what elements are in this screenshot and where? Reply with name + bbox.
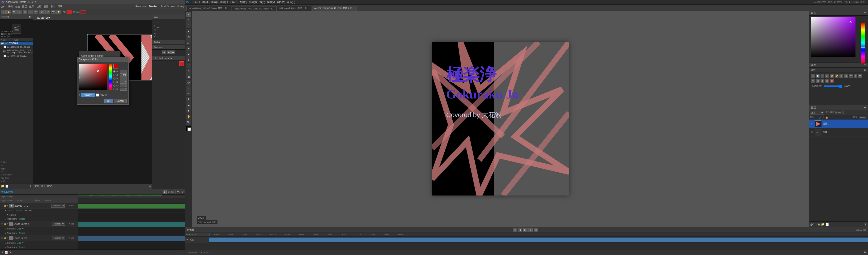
ae-fill-color[interactable] [67,10,72,14]
ps-history-brush-tool[interactable]: ↺ [186,63,191,68]
ps-layer-eye-0[interactable]: 👁 [811,122,813,125]
ae-light-tool[interactable]: 💡 [56,10,61,14]
ps-brush-tool[interactable]: 🖌 [186,52,191,57]
ae-field-r[interactable] [120,81,127,84]
ae-new-item-btn[interactable]: 📄 [5,185,8,188]
ae-handle-tl[interactable] [87,34,88,35]
ps-tl-last-btn[interactable]: ⏭ [534,228,538,232]
ae-project-item-2[interactable]: 🎞 ae10397269_PNG_1280-720_20fps_AlphaTex… [0,49,33,54]
ps-bg-color-small[interactable] [187,127,191,131]
ae-tl-zoom-in-btn[interactable]: + [182,251,184,254]
ps-shape-tool[interactable]: ■ [186,108,191,113]
ae-layer-lock-2[interactable]: 🔒 [4,223,6,225]
ae-layer-lock-1[interactable]: 🔒 [4,204,6,207]
ae-menu-edit[interactable]: 编辑 [8,5,13,8]
ae-field-b2[interactable] [120,88,127,91]
ae-workspace-small[interactable]: Small Screen [161,5,175,8]
ps-adj-menu-icon[interactable]: ☰ [864,64,866,66]
ps-layer-mode-select[interactable]: 正常 正片叠底 [810,111,824,115]
ps-menu-image[interactable]: 图像(I) [211,1,218,4]
ps-tab-0[interactable]: ae10397269_RGBA @ 500%: 图层 1, 孔... [186,6,231,11]
ae-project-search-icon[interactable]: 🔍 [29,16,31,19]
ae-field-b[interactable] [120,77,127,80]
ae-radio-b[interactable] [113,77,116,79]
ps-lock-position-btn[interactable]: ✛ [822,116,824,119]
ae-field-g[interactable] [120,84,127,87]
ae-text-tool[interactable]: T [34,10,38,14]
ae-preview-check[interactable] [96,94,99,97]
ps-hand-tool[interactable]: ✋ [186,114,191,119]
ps-tab-1[interactable]: ae10397269_PNG_1280-720_20fps_Al... [232,7,276,11]
ps-pen-tool[interactable]: ✏ [186,91,191,96]
ae-hue-strip[interactable] [108,64,112,90]
ps-path-select-tool[interactable]: ▶ [186,102,191,108]
ae-layer-expand-3[interactable]: ▼ [7,237,9,239]
ae-color-preview[interactable] [113,64,118,68]
ae-color-picker-dialog[interactable]: Background Color ▶ [77,57,129,105]
ps-tl-zoom-control[interactable]: 🔍 [864,251,867,254]
ae-prev-frame-btn[interactable]: ⏮ [162,51,166,54]
ae-delete-btn[interactable]: 🗑 [29,185,32,188]
ps-fill-input[interactable] [859,116,867,119]
ae-zoom-tool[interactable]: 🔍 [12,10,17,14]
ps-menu-view[interactable]: 视图(V) [267,1,275,4]
ps-canvas-area[interactable]: 極楽浄 Gokuraku Jo Covered by 大花豹 100% 文档: … [192,11,809,227]
ae-view-options[interactable]: Full [41,185,45,188]
ps-adj-levels[interactable]: 📊 [816,74,819,78]
ae-menu-file[interactable]: 文件 [1,5,6,8]
ps-tl-play-btn[interactable]: ▶ [523,228,528,232]
ae-rotate-tool[interactable]: ↺ [17,10,22,14]
ps-adj-vibrance[interactable]: 🎨 [830,74,834,78]
ps-eyedropper-tool[interactable]: 🖊 [186,40,191,45]
ae-transform3-expand[interactable]: ▶ [5,246,6,248]
ps-color-gradient[interactable] [811,17,856,57]
ae-field-s[interactable] [120,73,127,76]
ae-viewer[interactable]: Composition Settings Background Color ▶ [33,20,152,184]
ps-delete-layer-btn[interactable]: 🗑 [864,223,867,226]
ae-project-item-1[interactable]: 📄 ae10397269_00420.psd [0,45,33,49]
ps-adj-selective[interactable]: 🎯 [830,79,834,83]
ps-lock-transparent-btn[interactable]: ☐ [816,116,818,119]
ps-fg-color[interactable] [186,126,191,131]
ae-contents2-expand[interactable]: ▶ [5,228,6,230]
ps-move-tool[interactable]: ↖ [186,12,191,17]
ps-adj-photo[interactable]: 📷 [849,74,852,78]
ps-zoom-tool[interactable]: 🔍 [186,120,191,125]
ae-layer-expand-2[interactable]: ▼ [7,223,9,225]
ae-comp-tab-active[interactable]: ae10397269 [34,16,53,20]
ps-adj-threshold[interactable]: ▓ [820,79,824,83]
ae-transform3-reset[interactable]: Reset [19,246,25,248]
ps-layer-opacity-input[interactable] [835,111,844,114]
ae-menu-layer[interactable]: 图层 [22,5,27,8]
ae-transform2-reset[interactable]: Reset [19,232,25,234]
ae-stroke-color[interactable] [81,10,86,14]
ps-adj-exposure[interactable]: ◐ [825,74,829,78]
ps-dodge-tool[interactable]: ○ [186,86,191,91]
ps-color-panel-menu-icon[interactable]: ☰ [864,12,866,14]
ps-crop-tool[interactable]: ⊡ [186,34,191,40]
ae-layer-mode-2[interactable]: Normal [52,222,65,226]
ps-layer-0[interactable]: 👁 视频1 [809,120,868,128]
ps-gradient-tool[interactable]: ▦ [186,74,191,79]
ae-channels[interactable]: RGB [47,185,53,188]
ae-tl-play-btn[interactable]: ▶ [163,190,167,194]
ae-select-tool[interactable]: ↖ [1,10,6,14]
ps-hue-slider[interactable] [861,23,865,63]
ps-tl-eye-0[interactable]: 👁 [186,239,188,241]
ps-add-style-btn[interactable]: fx [815,223,817,226]
ps-stamp-tool[interactable]: 🖹 [186,57,191,62]
ae-contents2-add[interactable]: Add ▼ [18,228,24,230]
ps-eraser-tool[interactable]: ◻ [186,68,191,74]
ps-menu-file[interactable]: 文件(F) [192,1,200,4]
ae-layer-mode-1[interactable]: Normal Add Multiply [51,204,65,208]
ae-pin-tool[interactable]: 📌 [45,10,50,14]
ps-lock-image-btn[interactable]: 🖌 [819,116,822,119]
ae-menu-anim[interactable]: 动画 [36,5,41,8]
ae-radio-b2[interactable] [113,88,116,90]
ae-workspace-standard[interactable]: Standard [149,5,158,8]
ps-adj-colorlookup[interactable]: 🔍 [858,74,862,78]
ps-magic-wand-tool[interactable]: ✦ [186,29,191,34]
ps-blur-tool[interactable]: ◎ [186,80,191,85]
ps-link-layers-btn[interactable]: 🔗 [810,223,814,226]
ps-opacity-slider[interactable] [824,85,842,88]
